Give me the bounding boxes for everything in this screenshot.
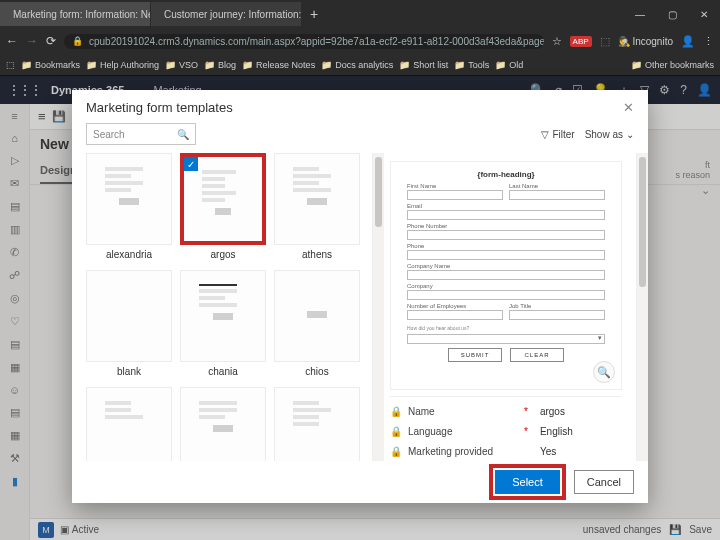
select-highlight: Select bbox=[489, 464, 566, 500]
dialog-close-icon[interactable]: ✕ bbox=[623, 100, 634, 115]
profile-icon[interactable]: 👤 bbox=[681, 35, 695, 48]
bookmark-folder[interactable]: Old bbox=[495, 60, 523, 70]
apps-icon[interactable]: ⬚ bbox=[6, 60, 15, 70]
template-label: athens bbox=[274, 245, 360, 262]
tab-label: Marketing form: Information: Ne bbox=[13, 9, 150, 20]
search-icon: 🔍 bbox=[177, 129, 189, 140]
cancel-button[interactable]: Cancel bbox=[574, 470, 634, 494]
nav-reload-icon[interactable]: ⟳ bbox=[46, 34, 56, 48]
bookmarks-bar: ⬚ Bookmarks Help Authoring VSO Blog Rele… bbox=[0, 54, 720, 76]
dialog-title: Marketing form templates bbox=[86, 100, 233, 115]
dialog-footer: Select Cancel bbox=[72, 461, 648, 503]
preview-canvas: {form-heading} First Name Last Name Emai… bbox=[390, 161, 622, 390]
template-card[interactable]: athens bbox=[274, 153, 360, 262]
template-metadata: 🔒 Name * argos 🔒 Language * English 🔒 Ma… bbox=[390, 396, 622, 461]
template-card[interactable]: kalamata bbox=[274, 387, 360, 461]
grid-scrollbar[interactable] bbox=[372, 153, 384, 461]
lock-icon: 🔒 bbox=[390, 426, 402, 437]
search-input[interactable]: Search 🔍 bbox=[86, 123, 196, 145]
preview-heading: {form-heading} bbox=[407, 170, 605, 179]
window-close[interactable]: ✕ bbox=[688, 9, 720, 20]
bookmark-folder[interactable]: Release Notes bbox=[242, 60, 315, 70]
bookmark-folder[interactable]: Tools bbox=[454, 60, 489, 70]
browser-menu-icon[interactable]: ⋮ bbox=[703, 35, 714, 48]
meta-prov-value: Yes bbox=[540, 446, 556, 457]
window-buttons: — ▢ ✕ bbox=[624, 9, 720, 20]
funnel-icon: ▽ bbox=[541, 129, 549, 140]
nav-back-icon[interactable]: ← bbox=[6, 34, 18, 48]
template-grid: alexandria ✓ argos athens blank chania bbox=[72, 153, 372, 461]
browser-tab[interactable]: Customer journey: Information: × bbox=[151, 2, 301, 26]
new-tab-button[interactable]: + bbox=[302, 6, 326, 22]
meta-name-value: argos bbox=[540, 406, 565, 417]
help-icon[interactable]: ? bbox=[680, 83, 687, 97]
browser-tab[interactable]: Marketing form: Information: Ne × bbox=[0, 2, 150, 26]
favorite-icon[interactable]: ☆ bbox=[552, 35, 562, 48]
browser-toolbar: ← → ⟳ 🔒 cpub20191024.crm3.dynamics.com/m… bbox=[0, 28, 720, 54]
template-card[interactable]: ✓ argos bbox=[180, 153, 266, 262]
check-icon: ✓ bbox=[184, 157, 198, 171]
select-button[interactable]: Select bbox=[495, 470, 560, 494]
meta-prov-label: Marketing provided bbox=[408, 446, 518, 457]
bookmark-folder[interactable]: Bookmarks bbox=[21, 60, 80, 70]
filter-button[interactable]: ▽Filter bbox=[541, 129, 574, 140]
lock-icon: 🔒 bbox=[390, 446, 402, 457]
address-bar[interactable]: 🔒 cpub20191024.crm3.dynamics.com/main.as… bbox=[64, 34, 544, 49]
zoom-icon[interactable]: 🔍 bbox=[593, 361, 615, 383]
template-card[interactable]: corfu bbox=[86, 387, 172, 461]
incognito-badge: 🕵 Incognito bbox=[618, 36, 673, 47]
template-card[interactable]: chania bbox=[180, 270, 266, 379]
bookmark-folder[interactable]: VSO bbox=[165, 60, 198, 70]
chevron-down-icon: ⌄ bbox=[626, 129, 634, 140]
template-label: chania bbox=[180, 362, 266, 379]
template-card[interactable]: alexandria bbox=[86, 153, 172, 262]
template-card[interactable]: heraklion bbox=[180, 387, 266, 461]
nav-forward-icon[interactable]: → bbox=[26, 34, 38, 48]
template-label: alexandria bbox=[86, 245, 172, 262]
preview-submit: SUBMIT bbox=[448, 348, 502, 362]
app-launcher-icon[interactable]: ⋮⋮⋮ bbox=[8, 83, 41, 97]
bookmark-folder[interactable]: Docs analytics bbox=[321, 60, 393, 70]
other-bookmarks[interactable]: Other bookmarks bbox=[631, 60, 714, 70]
meta-lang-label: Language bbox=[408, 426, 518, 437]
browser-tabstrip: Marketing form: Information: Ne × Custom… bbox=[0, 0, 720, 28]
window-maximize[interactable]: ▢ bbox=[656, 9, 688, 20]
settings-icon[interactable]: ⚙ bbox=[659, 83, 670, 97]
search-placeholder: Search bbox=[93, 129, 125, 140]
meta-lang-value: English bbox=[540, 426, 573, 437]
tab-label: Customer journey: Information: bbox=[164, 9, 301, 20]
user-avatar-icon[interactable]: 👤 bbox=[697, 83, 712, 97]
meta-name-label: Name bbox=[408, 406, 518, 417]
template-label: chios bbox=[274, 362, 360, 379]
adblock-icon[interactable]: ABP bbox=[570, 36, 592, 47]
template-picker-dialog: Marketing form templates ✕ Search 🔍 ▽Fil… bbox=[72, 90, 648, 503]
preview-clear: CLEAR bbox=[510, 348, 564, 362]
preview-scrollbar[interactable] bbox=[636, 153, 648, 461]
bookmark-folder[interactable]: Blog bbox=[204, 60, 236, 70]
extension-icon[interactable]: ⬚ bbox=[600, 35, 610, 48]
template-card[interactable]: chios bbox=[274, 270, 360, 379]
template-label: argos bbox=[180, 245, 266, 262]
lock-icon: 🔒 bbox=[390, 406, 402, 417]
bookmark-folder[interactable]: Help Authoring bbox=[86, 60, 159, 70]
bookmark-folder[interactable]: Short list bbox=[399, 60, 448, 70]
template-label: blank bbox=[86, 362, 172, 379]
window-minimize[interactable]: — bbox=[624, 9, 656, 20]
lock-icon: 🔒 bbox=[72, 36, 83, 46]
template-card[interactable]: blank bbox=[86, 270, 172, 379]
url-text: cpub20191024.crm3.dynamics.com/main.aspx… bbox=[89, 36, 544, 47]
preview-pane: {form-heading} First Name Last Name Emai… bbox=[384, 153, 636, 461]
showas-button[interactable]: Show as⌄ bbox=[585, 129, 634, 140]
